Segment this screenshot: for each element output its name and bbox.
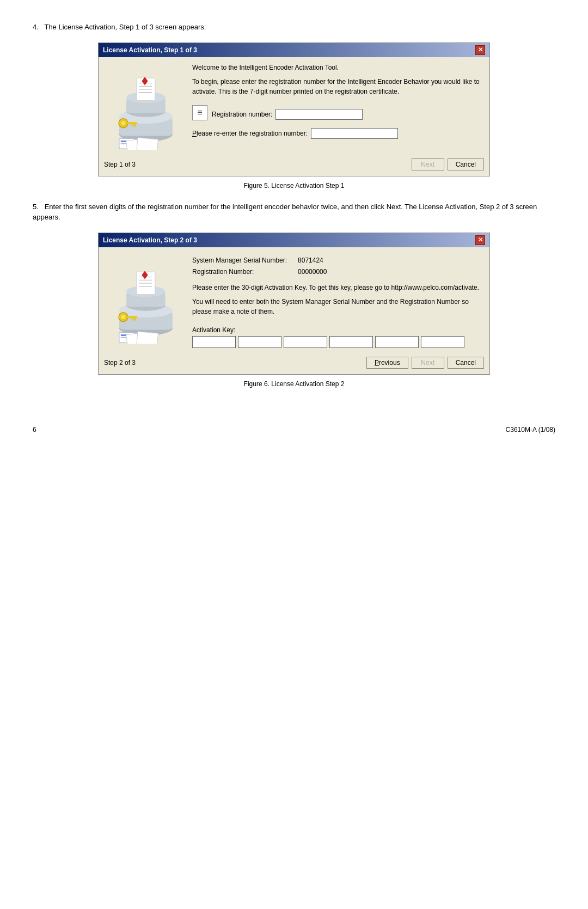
- dialog1-desc1: Welcome to the Intelligent Encoder Activ…: [192, 63, 484, 72]
- dialog2-container: License Activation, Step 2 of 3 ✕: [98, 233, 490, 375]
- svg-rect-45: [137, 332, 158, 344]
- dialog1-desc2: To begin, please enter the registration …: [192, 77, 484, 96]
- activation-key-field-1[interactable]: [192, 336, 236, 348]
- encoder-illustration: [107, 63, 183, 150]
- dialog1-image-area: [104, 63, 186, 150]
- dialog1-reg-label: Registration number:: [212, 111, 272, 118]
- activation-key-field-5[interactable]: [375, 336, 419, 348]
- dialog2-cancel-button[interactable]: Cancel: [448, 357, 484, 369]
- dialog1-reenter-label: Please re-enter the registration number:: [192, 130, 308, 137]
- activation-key-field-3[interactable]: [284, 336, 327, 348]
- dialog1-body: Welcome to the Intelligent Encoder Activ…: [99, 57, 489, 155]
- dialog1-buttons: Next Cancel: [412, 158, 484, 170]
- svg-rect-38: [132, 318, 134, 320]
- dialog1-container: License Activation, Step 1 of 3 ✕: [98, 42, 490, 176]
- dialog2-activation-label: Activation Key:: [192, 326, 484, 334]
- dialog2-labels: System Manager Serial Number: Registrati…: [192, 255, 287, 278]
- dialog1-reenter-row: Please re-enter the registration number:: [192, 128, 484, 139]
- figure1-caption: Figure 5. License Activation Step 1: [33, 182, 555, 190]
- svg-rect-36: [127, 316, 137, 318]
- dialog1-step-label: Step 1 of 3: [104, 161, 136, 168]
- dialog1-title: License Activation, Step 1 of 3: [103, 46, 197, 54]
- dialog2-activation-section: Activation Key:: [192, 326, 484, 348]
- dialog2-reg-label: Registration Number:: [192, 266, 287, 278]
- dialog2-serial-value: 8071424: [298, 255, 327, 267]
- dialog1-close-button[interactable]: ✕: [475, 45, 485, 55]
- dialog2-footer: Step 2 of 3 Previous Next Cancel: [99, 353, 489, 374]
- svg-point-12: [121, 121, 126, 125]
- dialog2-serial-label: System Manager Serial Number:: [192, 255, 287, 267]
- dialog2-desc1: Please enter the 30-digit Activation Key…: [192, 283, 484, 292]
- registration-icon: ≡: [192, 105, 207, 120]
- dialog2-step-label: Step 2 of 3: [104, 359, 136, 367]
- dialog2-body: System Manager Serial Number: Registrati…: [99, 247, 489, 353]
- dialog2-close-button[interactable]: ✕: [475, 235, 485, 245]
- dialog2-values: 8071424 00000000: [298, 255, 327, 278]
- dialog2-info-row: System Manager Serial Number: Registrati…: [192, 255, 484, 278]
- dialog1-titlebar: License Activation, Step 1 of 3 ✕: [99, 43, 489, 57]
- dialog1-footer: Step 1 of 3 Next Cancel: [99, 155, 489, 176]
- dialog2-titlebar: License Activation, Step 2 of 3 ✕: [99, 233, 489, 247]
- dialog2-image-area: [104, 253, 186, 348]
- dialog2-previous-button[interactable]: Previous: [366, 357, 408, 369]
- svg-rect-14: [134, 124, 136, 126]
- dialog1-reg-row: Registration number:: [212, 109, 363, 120]
- activation-key-field-4[interactable]: [329, 336, 373, 348]
- encoder-illustration-2: [107, 257, 183, 344]
- dialog2-reg-value: 00000000: [298, 266, 327, 278]
- footer-page-number: 6: [33, 426, 36, 434]
- step5-text: 5. Enter the first seven digits of the r…: [33, 202, 555, 223]
- dialog2-next-button[interactable]: Next: [412, 357, 444, 369]
- activation-key-field-6[interactable]: [421, 336, 464, 348]
- footer-doc-number: C3610M-A (1/08): [506, 426, 555, 434]
- figure2-caption: Figure 6. License Activation Step 2: [33, 380, 555, 388]
- step4-text: 4. The License Activation, Step 1 of 3 s…: [33, 22, 555, 33]
- svg-rect-22: [137, 137, 158, 149]
- dialog1-reg-icon-row: ≡ Registration number:: [192, 105, 484, 120]
- dialog2-title: License Activation, Step 2 of 3: [103, 236, 197, 244]
- svg-rect-15: [132, 124, 134, 126]
- page-footer: 6 C3610M-A (1/08): [33, 420, 555, 434]
- dialog2-buttons: Previous Next Cancel: [366, 357, 484, 369]
- dialog1-content: Welcome to the Intelligent Encoder Activ…: [192, 63, 484, 150]
- dialog1-next-button[interactable]: Next: [412, 158, 444, 170]
- dialog1-reenter-input[interactable]: [311, 128, 398, 139]
- svg-rect-13: [127, 122, 137, 124]
- activation-key-field-2[interactable]: [238, 336, 281, 348]
- dialog2-desc2: You will need to enter both the System M…: [192, 297, 484, 316]
- dialog1-reg-input[interactable]: [275, 109, 363, 120]
- dialog1-cancel-button[interactable]: Cancel: [448, 158, 484, 170]
- dialog2-content: System Manager Serial Number: Registrati…: [192, 253, 484, 348]
- dialog2-activation-fields: [192, 336, 484, 348]
- svg-rect-37: [134, 318, 136, 321]
- svg-point-35: [121, 315, 126, 319]
